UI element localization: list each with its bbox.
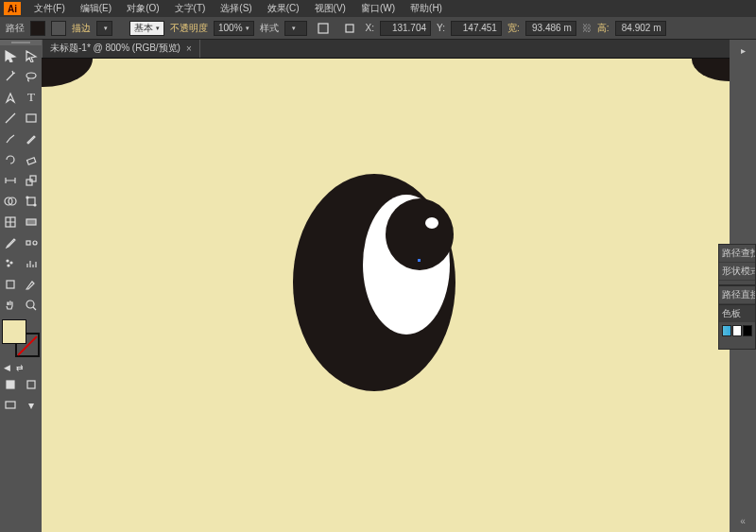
panel-collapse-icon[interactable]: ▸	[730, 40, 756, 60]
magic-wand-tool-icon[interactable]	[0, 66, 21, 87]
swatch-white[interactable]	[732, 325, 742, 336]
svg-rect-18	[26, 241, 30, 245]
svg-rect-21	[7, 381, 14, 388]
opacity-dropdown[interactable]: 100%▾	[214, 21, 254, 36]
svg-rect-12	[26, 180, 32, 185]
menu-window[interactable]: 窗口(W)	[353, 0, 403, 17]
pathfinder-title: 路径查找器	[719, 245, 755, 263]
svg-point-5	[7, 260, 9, 262]
direct-select-panel[interactable]: 路径直接选	[718, 285, 756, 306]
rectangle-tool-icon[interactable]	[21, 108, 42, 129]
transform-icon[interactable]	[339, 18, 360, 39]
stroke-weight-dropdown[interactable]: ▾	[96, 21, 112, 36]
svg-rect-8	[7, 281, 14, 288]
svg-rect-14	[27, 197, 35, 205]
artboard-tool-icon[interactable]	[0, 274, 21, 295]
blend-tool-icon[interactable]	[21, 232, 42, 253]
selection-anchor-point[interactable]	[418, 259, 421, 262]
color-mode-icon[interactable]: ◀	[0, 361, 13, 374]
menu-type[interactable]: 文字(T)	[167, 0, 214, 17]
width-input[interactable]: 93.486 m	[525, 21, 576, 36]
shapebuilder-tool-icon[interactable]	[0, 191, 21, 212]
document-tab-title: 未标题-1* @ 800% (RGB/预览)	[50, 42, 180, 55]
document-tab-bar: 未标题-1* @ 800% (RGB/预览) ×	[0, 40, 756, 59]
swatch-gradient[interactable]	[722, 325, 731, 336]
hand-tool-icon[interactable]	[0, 295, 21, 316]
opacity-label: 不透明度	[170, 22, 208, 35]
close-icon[interactable]: ×	[186, 43, 192, 54]
gradient-tool-icon[interactable]	[21, 212, 42, 232]
free-transform-tool-icon[interactable]	[21, 191, 42, 212]
stroke-label: 描边	[72, 22, 91, 35]
height-input[interactable]: 84.902 m	[615, 21, 666, 36]
selection-tool-icon[interactable]	[0, 45, 21, 66]
selection-type-label: 路径	[6, 22, 25, 35]
pathfinder-panel[interactable]: 路径查找器 形状模式	[718, 244, 756, 285]
menu-view[interactable]: 视图(V)	[307, 0, 353, 17]
expand-panels-icon[interactable]: «	[730, 516, 756, 526]
graph-tool-icon[interactable]	[21, 253, 42, 274]
link-icon[interactable]: ⛓	[582, 23, 592, 33]
y-input[interactable]: 147.451	[451, 21, 502, 36]
swatch-black[interactable]	[743, 325, 752, 336]
svg-rect-11	[27, 158, 36, 164]
eyedropper-tool-icon[interactable]	[0, 232, 21, 253]
menu-select[interactable]: 选择(S)	[213, 0, 259, 17]
rotate-tool-icon[interactable]	[0, 149, 21, 170]
width-tool-icon[interactable]	[0, 170, 21, 191]
drawmodes-behind-icon[interactable]	[21, 374, 42, 395]
chevron-down-icon: ▾	[292, 25, 296, 32]
line-tool-icon[interactable]	[0, 108, 21, 129]
document-tab[interactable]: 未标题-1* @ 800% (RGB/预览) ×	[42, 38, 200, 58]
lasso-tool-icon[interactable]	[21, 66, 42, 87]
zoom-tool-icon[interactable]	[21, 295, 42, 316]
height-label: 高:	[597, 22, 610, 35]
brush-tool-icon[interactable]	[0, 129, 21, 149]
shape-corner-top-left	[42, 59, 93, 87]
brush-style-dropdown[interactable]: 基本▾	[129, 21, 164, 36]
pen-tool-icon[interactable]	[0, 87, 21, 108]
scale-tool-icon[interactable]	[21, 170, 42, 191]
menu-object[interactable]: 对象(O)	[119, 0, 166, 17]
mesh-tool-icon[interactable]	[0, 212, 21, 232]
shape-corner-top-right	[692, 59, 730, 81]
swatches-panel[interactable]: 色板	[718, 304, 756, 350]
direct-selection-tool-icon[interactable]	[21, 45, 42, 66]
align-icon[interactable]	[313, 18, 334, 39]
svg-point-16	[34, 204, 36, 206]
artwork	[42, 59, 730, 532]
swatches-row	[719, 322, 755, 339]
svg-point-6	[10, 262, 12, 264]
svg-rect-23	[6, 402, 15, 408]
stroke-swatch-icon[interactable]	[51, 21, 66, 36]
eye-highlight-ellipse	[425, 217, 438, 229]
menu-edit[interactable]: 编辑(E)	[73, 0, 119, 17]
type-tool-icon[interactable]: T	[21, 87, 42, 108]
menu-file[interactable]: 文件(F)	[26, 0, 73, 17]
svg-rect-22	[27, 381, 35, 388]
drawmodes-normal-icon[interactable]	[0, 374, 21, 395]
app-logo: Ai	[4, 2, 21, 15]
fill-stroke-control[interactable]	[2, 319, 40, 357]
x-label: X:	[366, 23, 374, 33]
pencil-tool-icon[interactable]	[21, 129, 42, 149]
menu-help[interactable]: 帮助(H)	[403, 0, 450, 17]
fill-swatch-icon[interactable]	[30, 21, 45, 36]
x-input[interactable]: 131.704	[380, 21, 431, 36]
symbolspray-tool-icon[interactable]	[0, 253, 21, 274]
menu-effect[interactable]: 效果(C)	[260, 0, 307, 17]
graphic-style-dropdown[interactable]: ▾	[284, 21, 307, 36]
screenmode-icon[interactable]	[0, 395, 21, 416]
slice-tool-icon[interactable]	[21, 274, 42, 295]
eraser-tool-icon[interactable]	[21, 149, 42, 170]
width-label: 宽:	[507, 22, 520, 35]
fill-swatch[interactable]	[2, 319, 26, 344]
svg-point-9	[26, 73, 36, 78]
canvas[interactable]	[42, 59, 730, 532]
swap-fill-stroke-icon[interactable]: ⇄	[13, 361, 26, 374]
screenmode-menu-icon[interactable]: ▾	[21, 395, 42, 416]
svg-point-7	[8, 265, 9, 266]
tools-panel: T ◀ ⇄ ▾	[0, 40, 42, 532]
svg-rect-1	[346, 25, 353, 32]
chevron-down-icon: ▾	[246, 25, 249, 32]
